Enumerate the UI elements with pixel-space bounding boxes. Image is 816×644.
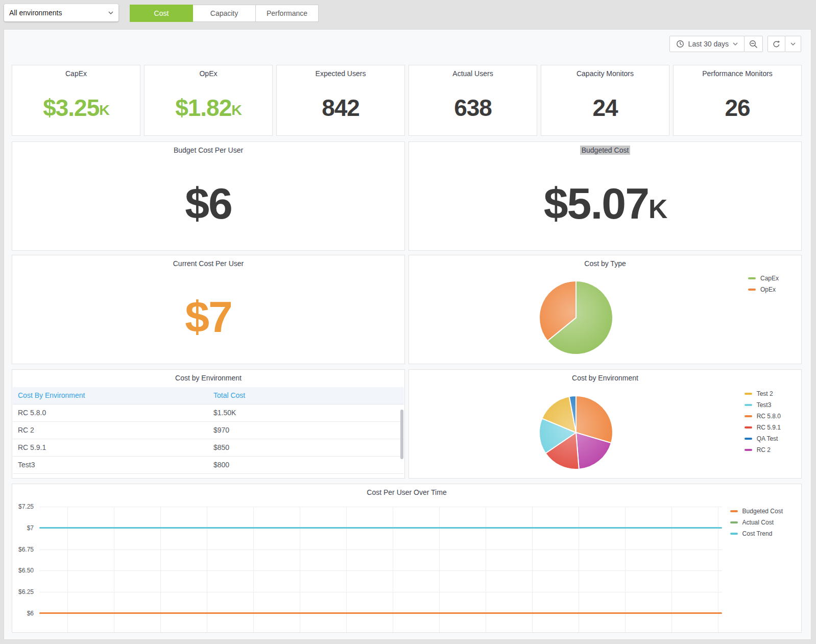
cell-total-cost: $1.50K	[208, 404, 404, 421]
legend-item-rc2[interactable]: RC 2	[745, 446, 781, 454]
legend-label: RC 5.9.1	[757, 424, 781, 431]
panel-capacity-monitors: Capacity Monitors 24	[541, 65, 669, 136]
panel-title[interactable]: Budget Cost Per User	[12, 142, 404, 156]
zoom-out-button[interactable]	[744, 36, 763, 52]
view-tabs: Cost Capacity Performance	[130, 5, 319, 22]
legend-item-test2[interactable]: Test 2	[745, 390, 781, 397]
stat-value: $5.07K	[409, 156, 801, 250]
legend-swatch	[745, 393, 752, 395]
cell-environment: RC 5.8.0	[13, 404, 208, 421]
legend-swatch	[745, 415, 752, 417]
tab-performance[interactable]: Performance	[255, 5, 319, 22]
y-axis-tick: $7.25	[12, 503, 34, 510]
y-axis-tick: $6.50	[12, 567, 34, 574]
table-header-row: Cost By Environment Total Cost	[13, 387, 404, 404]
row-environment: Cost by Environment Cost By Environment …	[12, 369, 802, 479]
chevron-down-icon	[108, 11, 113, 14]
tab-cost[interactable]: Cost	[130, 5, 193, 22]
legend-swatch	[730, 521, 738, 523]
cost-by-type-pie-chart[interactable]	[535, 277, 617, 359]
series-line-cost-trend[interactable]	[39, 527, 722, 529]
legend-item-capex[interactable]: CapEx	[748, 275, 779, 282]
legend-item-test3[interactable]: Test3	[745, 401, 781, 409]
environment-selector-value: All environments	[9, 9, 108, 17]
legend-label: Test 2	[757, 390, 773, 397]
time-range-button[interactable]: Last 30 days	[669, 36, 745, 52]
cell-total-cost: $800	[208, 457, 404, 473]
panel-title[interactable]: Budgeted Cost	[409, 142, 801, 156]
column-header-total-cost[interactable]: Total Cost	[208, 387, 404, 404]
stat-value: $1.82K	[145, 80, 272, 135]
refresh-interval-dropdown[interactable]	[785, 36, 801, 52]
panel-title[interactable]: Performance Monitors	[674, 65, 801, 80]
legend-swatch	[748, 277, 756, 279]
legend-item-cost-trend[interactable]: Cost Trend	[730, 530, 783, 537]
legend-swatch	[745, 426, 752, 428]
panel-current-cost-per-user: Current Cost Per User $7	[12, 255, 405, 364]
time-range-group: Last 30 days	[669, 36, 763, 52]
legend-item-opex[interactable]: OpEx	[748, 286, 779, 293]
cell-total-cost	[208, 474, 404, 479]
panel-title[interactable]: CapEx	[12, 65, 140, 80]
y-axis-tick: $6	[12, 610, 34, 617]
series-line-budgeted-cost[interactable]	[39, 612, 722, 614]
stat-value: 26	[674, 80, 801, 135]
table-row: Test3 $800	[13, 457, 404, 474]
column-header-cost-by-environment[interactable]: Cost By Environment	[13, 387, 208, 404]
cost-by-environment-pie-chart[interactable]	[535, 392, 617, 473]
tab-capacity[interactable]: Capacity	[193, 5, 256, 22]
legend-item-rc580[interactable]: RC 5.8.0	[745, 413, 781, 420]
panel-capex: CapEx $3.25K	[12, 65, 140, 136]
panel-expected-users: Expected Users 842	[276, 65, 405, 136]
selected-title-text: Budgeted Cost	[580, 146, 631, 155]
top-bar: All environments Cost Capacity Performan…	[0, 0, 816, 29]
panel-title[interactable]: Cost by Type	[409, 255, 801, 270]
legend-item-rc591[interactable]: RC 5.9.1	[745, 424, 781, 431]
legend-label: Budgeted Cost	[742, 508, 783, 515]
legend-swatch	[730, 533, 738, 535]
stat-number: 638	[454, 94, 492, 122]
stat-value: $6	[12, 156, 404, 250]
legend-item-qatest[interactable]: QA Test	[745, 435, 781, 442]
legend-label: Cost Trend	[742, 530, 773, 537]
legend-item-budgeted-cost[interactable]: Budgeted Cost	[730, 508, 783, 515]
legend-swatch	[745, 449, 752, 451]
panel-title[interactable]: Current Cost Per User	[12, 255, 404, 270]
table-scrollbar[interactable]	[400, 410, 403, 459]
stat-suffix: K	[231, 102, 242, 118]
stat-number: 26	[725, 94, 750, 122]
stat-number: $5.07	[544, 178, 649, 229]
panel-title[interactable]: OpEx	[145, 65, 272, 80]
row-timeseries: Cost Per User Over Time $7.25 $7 $6.75 $…	[12, 484, 802, 633]
cell-environment: RC 2	[13, 422, 208, 439]
panel-title[interactable]: Actual Users	[409, 65, 537, 80]
environment-selector[interactable]: All environments	[4, 4, 118, 21]
panel-title[interactable]: Cost by Environment	[12, 370, 404, 384]
chevron-down-icon	[790, 42, 796, 45]
y-axis-tick: $6.25	[12, 588, 34, 595]
legend-swatch	[730, 510, 738, 512]
stat-value: 24	[541, 80, 669, 135]
refresh-button[interactable]	[767, 36, 785, 52]
panel-budget-cost-per-user: Budget Cost Per User $6	[12, 141, 405, 251]
legend-item-actual-cost[interactable]: Actual Cost	[730, 519, 783, 526]
panel-title[interactable]: Capacity Monitors	[541, 65, 669, 80]
panel-title[interactable]: Expected Users	[277, 65, 404, 80]
cell-total-cost: $850	[208, 439, 404, 456]
stat-number: $1.82	[175, 94, 231, 122]
stat-value: $3.25K	[12, 80, 140, 135]
legend-swatch	[748, 289, 756, 291]
panel-budgeted-cost: Budgeted Cost $5.07K	[409, 141, 802, 251]
clock-icon	[676, 40, 684, 48]
cost-by-environment-legend: Test 2 Test3 RC 5.8.0 RC 5.9.1 QA Test R…	[745, 390, 781, 454]
cell-environment: Test3	[13, 457, 208, 473]
stat-suffix: K	[649, 194, 666, 224]
stat-number: 842	[322, 94, 359, 122]
stat-suffix: K	[99, 102, 109, 118]
panel-title[interactable]: Cost Per User Over Time	[12, 484, 801, 498]
panel-performance-monitors: Performance Monitors 26	[673, 65, 802, 136]
table-row: RC 2 $970	[13, 422, 404, 439]
cost-by-type-legend: CapEx OpEx	[748, 275, 779, 293]
panel-title[interactable]: Cost by Environment	[409, 370, 801, 384]
y-axis-tick: $6.75	[12, 546, 34, 553]
